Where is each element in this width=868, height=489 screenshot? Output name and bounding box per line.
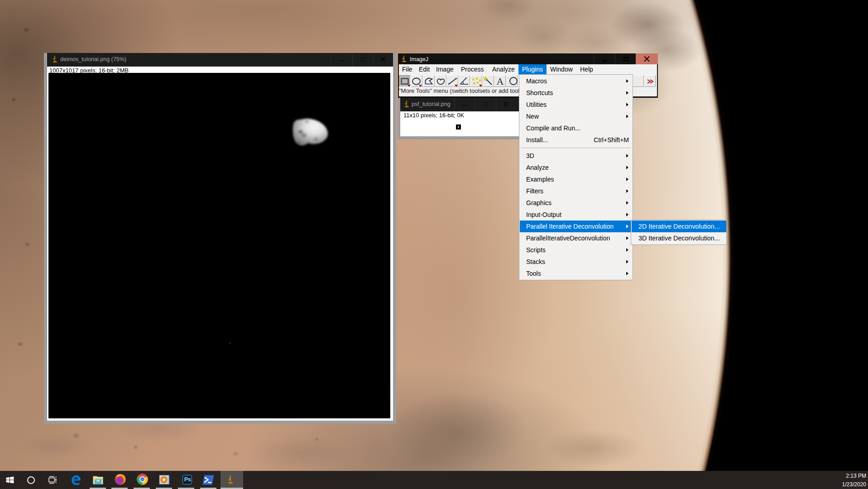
- svg-text:A: A: [497, 76, 504, 87]
